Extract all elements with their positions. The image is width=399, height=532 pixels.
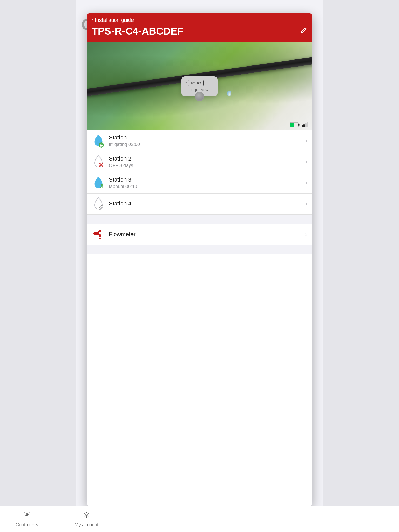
svg-rect-11 <box>99 230 101 232</box>
hero-image: • TORO Tempus Air CT <box>87 42 312 130</box>
tab-my-account[interactable]: My account <box>76 508 104 530</box>
device-title: TPS-R-C4-ABCDEF <box>92 26 184 37</box>
station-3-name: Station 3 <box>109 176 305 183</box>
flowmeter-item[interactable]: Flowmeter › <box>87 224 312 245</box>
station-item[interactable]: Station 3 Manual 00:10 › <box>87 172 312 194</box>
station-1-name: Station 1 <box>109 134 305 141</box>
station-4-edit-badge <box>99 204 104 211</box>
flowmeter-name: Flowmeter <box>109 231 305 238</box>
device-knob <box>195 92 204 101</box>
station-item[interactable]: Station 4 › <box>87 194 312 215</box>
edit-pencil-icon[interactable] <box>300 27 307 36</box>
my-account-tab-label: My account <box>76 522 98 528</box>
section-spacer-bottom <box>87 245 312 254</box>
svg-point-20 <box>86 515 87 516</box>
svg-rect-5 <box>290 123 294 127</box>
station-2-name: Station 2 <box>109 155 305 162</box>
brand-logo: TORO <box>188 80 204 86</box>
svg-rect-9 <box>94 232 99 235</box>
station-4-icon <box>92 197 105 211</box>
station-4-chevron-icon: › <box>305 201 307 207</box>
station-1-info: Station 1 Irrigating 02:00 <box>109 134 305 147</box>
signal-strength-icon <box>302 123 308 127</box>
station-item[interactable]: Station 2 OFF 3 days › <box>87 151 312 172</box>
station-1-icon <box>92 134 105 148</box>
station-1-chevron-icon: › <box>305 137 307 144</box>
battery-status-icon <box>290 122 300 127</box>
svg-rect-6 <box>298 124 300 126</box>
station-3-info: Station 3 Manual 00:10 <box>109 176 305 189</box>
station-3-icon <box>92 176 105 190</box>
station-2-status: OFF 3 days <box>109 163 305 168</box>
back-nav[interactable]: ‹ Installation guide <box>92 17 307 23</box>
station-item[interactable]: Station 1 Irrigating 02:00 › <box>87 130 312 151</box>
irrigating-badge <box>99 142 104 148</box>
station-3-chevron-icon: › <box>305 179 307 186</box>
account-icon <box>82 511 91 521</box>
back-label: Installation guide <box>95 17 134 23</box>
svg-point-13 <box>99 238 101 239</box>
device-status-row <box>290 122 308 127</box>
card-header: ‹ Installation guide TPS-R-C4-ABCDEF <box>87 13 312 42</box>
station-3-status: Manual 00:10 <box>109 184 305 189</box>
section-separator-1 <box>87 215 312 224</box>
station-2-info: Station 2 OFF 3 days <box>109 155 305 168</box>
station-1-status: Irrigating 02:00 <box>109 142 305 147</box>
station-2-chevron-icon: › <box>305 158 307 165</box>
main-card: ‹ Installation guide TPS-R-C4-ABCDEF <box>87 13 312 506</box>
faucet-icon <box>92 228 105 241</box>
off-badge <box>98 162 104 169</box>
device-card: • TORO Tempus Air CT <box>181 76 218 96</box>
toro-logo: • TORO <box>185 80 214 86</box>
device-model: Tempus Air CT <box>185 88 214 92</box>
station-4-name: Station 4 <box>109 200 305 207</box>
station-2-icon <box>92 155 105 169</box>
stations-list: Station 1 Irrigating 02:00 › <box>87 130 312 215</box>
svg-rect-12 <box>99 234 101 237</box>
svg-rect-14 <box>93 233 94 234</box>
bottom-tab-bar: Controllers My account <box>76 506 323 532</box>
back-chevron-icon: ‹ <box>92 17 93 23</box>
flowmeter-chevron-icon: › <box>305 231 307 238</box>
station-4-info: Station 4 <box>109 200 305 208</box>
manual-badge <box>99 183 104 190</box>
